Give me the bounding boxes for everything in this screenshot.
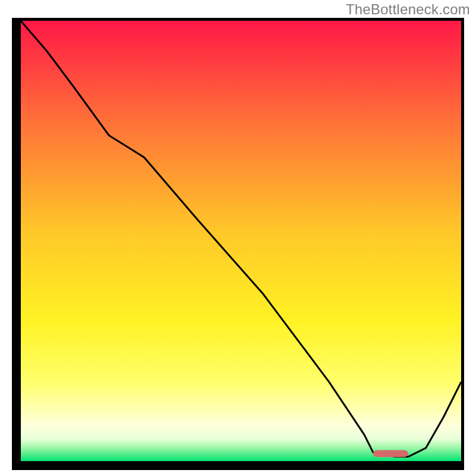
chart-background-gradient — [21, 21, 461, 461]
chart-frame: TheBottleneck.com — [0, 0, 476, 476]
plot-area — [21, 21, 461, 461]
watermark-label: TheBottleneck.com — [346, 1, 470, 18]
chart-svg — [21, 21, 461, 461]
optimal-range-marker — [373, 450, 408, 458]
plot-axes-border — [12, 18, 464, 470]
